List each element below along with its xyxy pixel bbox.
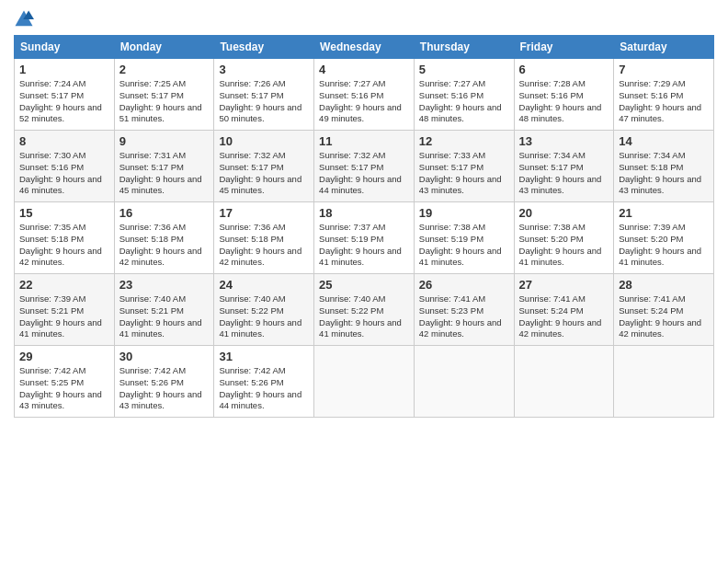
day-info: Sunrise: 7:40 AMSunset: 5:22 PMDaylight:… xyxy=(319,293,402,339)
day-cell: 13 Sunrise: 7:34 AMSunset: 5:17 PMDaylig… xyxy=(514,131,614,202)
day-info: Sunrise: 7:32 AMSunset: 5:17 PMDaylight:… xyxy=(319,150,402,195)
day-info: Sunrise: 7:29 AMSunset: 5:16 PMDaylight:… xyxy=(619,78,701,123)
day-info: Sunrise: 7:39 AMSunset: 5:21 PMDaylight:… xyxy=(19,293,102,339)
day-info: Sunrise: 7:40 AMSunset: 5:21 PMDaylight:… xyxy=(119,293,202,339)
day-cell: 10 Sunrise: 7:32 AMSunset: 5:17 PMDaylig… xyxy=(214,131,314,202)
day-number: 8 xyxy=(19,134,109,148)
header xyxy=(14,9,714,29)
day-number: 5 xyxy=(419,63,509,76)
header-cell-sunday: Sunday xyxy=(15,36,115,59)
day-number: 13 xyxy=(519,134,609,148)
day-info: Sunrise: 7:38 AMSunset: 5:20 PMDaylight:… xyxy=(519,222,602,267)
day-number: 4 xyxy=(319,63,409,76)
day-number: 6 xyxy=(519,63,609,76)
day-info: Sunrise: 7:34 AMSunset: 5:18 PMDaylight:… xyxy=(619,150,701,195)
day-number: 15 xyxy=(19,206,109,220)
header-cell-friday: Friday xyxy=(514,36,614,59)
day-info: Sunrise: 7:40 AMSunset: 5:22 PMDaylight:… xyxy=(219,293,301,339)
week-row-1: 1 Sunrise: 7:24 AMSunset: 5:17 PMDayligh… xyxy=(15,59,714,131)
day-cell: 24 Sunrise: 7:40 AMSunset: 5:22 PMDaylig… xyxy=(214,274,314,346)
day-cell: 4 Sunrise: 7:27 AMSunset: 5:16 PMDayligh… xyxy=(314,59,415,131)
day-number: 12 xyxy=(419,134,509,148)
day-cell: 14 Sunrise: 7:34 AMSunset: 5:18 PMDaylig… xyxy=(614,131,714,202)
day-info: Sunrise: 7:27 AMSunset: 5:16 PMDaylight:… xyxy=(419,78,502,123)
day-cell: 8 Sunrise: 7:30 AMSunset: 5:16 PMDayligh… xyxy=(15,131,115,202)
header-row: SundayMondayTuesdayWednesdayThursdayFrid… xyxy=(15,36,714,59)
day-info: Sunrise: 7:25 AMSunset: 5:17 PMDaylight:… xyxy=(119,78,202,123)
day-cell: 22 Sunrise: 7:39 AMSunset: 5:21 PMDaylig… xyxy=(15,274,115,346)
day-cell: 3 Sunrise: 7:26 AMSunset: 5:17 PMDayligh… xyxy=(214,59,314,131)
day-cell: 16 Sunrise: 7:36 AMSunset: 5:18 PMDaylig… xyxy=(114,202,214,274)
calendar-header: SundayMondayTuesdayWednesdayThursdayFrid… xyxy=(15,36,714,59)
day-number: 30 xyxy=(119,350,210,363)
day-info: Sunrise: 7:41 AMSunset: 5:24 PMDaylight:… xyxy=(619,293,701,339)
day-cell xyxy=(614,346,714,418)
day-cell: 30 Sunrise: 7:42 AMSunset: 5:26 PMDaylig… xyxy=(114,346,214,418)
day-info: Sunrise: 7:26 AMSunset: 5:17 PMDaylight:… xyxy=(219,78,301,123)
week-row-2: 8 Sunrise: 7:30 AMSunset: 5:16 PMDayligh… xyxy=(15,131,714,202)
day-cell: 28 Sunrise: 7:41 AMSunset: 5:24 PMDaylig… xyxy=(614,274,714,346)
day-info: Sunrise: 7:41 AMSunset: 5:23 PMDaylight:… xyxy=(419,293,502,339)
day-number: 9 xyxy=(119,134,210,148)
calendar-body: 1 Sunrise: 7:24 AMSunset: 5:17 PMDayligh… xyxy=(15,59,714,418)
day-cell: 5 Sunrise: 7:27 AMSunset: 5:16 PMDayligh… xyxy=(414,59,514,131)
day-cell xyxy=(514,346,614,418)
day-cell: 18 Sunrise: 7:37 AMSunset: 5:19 PMDaylig… xyxy=(314,202,415,274)
day-number: 3 xyxy=(219,63,309,76)
day-cell: 9 Sunrise: 7:31 AMSunset: 5:17 PMDayligh… xyxy=(114,131,214,202)
calendar-container: SundayMondayTuesdayWednesdayThursdayFrid… xyxy=(0,0,728,427)
day-info: Sunrise: 7:36 AMSunset: 5:18 PMDaylight:… xyxy=(219,222,301,267)
day-cell: 31 Sunrise: 7:42 AMSunset: 5:26 PMDaylig… xyxy=(214,346,314,418)
day-number: 14 xyxy=(619,134,709,148)
day-info: Sunrise: 7:30 AMSunset: 5:16 PMDaylight:… xyxy=(19,150,102,195)
day-cell: 7 Sunrise: 7:29 AMSunset: 5:16 PMDayligh… xyxy=(614,59,714,131)
day-cell: 1 Sunrise: 7:24 AMSunset: 5:17 PMDayligh… xyxy=(15,59,115,131)
day-number: 18 xyxy=(319,206,409,220)
day-cell xyxy=(314,346,415,418)
day-number: 2 xyxy=(119,63,210,76)
day-number: 24 xyxy=(219,278,309,292)
day-number: 20 xyxy=(519,206,609,220)
day-number: 26 xyxy=(419,278,509,292)
day-cell: 21 Sunrise: 7:39 AMSunset: 5:20 PMDaylig… xyxy=(614,202,714,274)
day-cell: 23 Sunrise: 7:40 AMSunset: 5:21 PMDaylig… xyxy=(114,274,214,346)
day-info: Sunrise: 7:27 AMSunset: 5:16 PMDaylight:… xyxy=(319,78,402,123)
day-number: 23 xyxy=(119,278,210,292)
day-number: 1 xyxy=(19,63,109,76)
day-number: 7 xyxy=(619,63,709,76)
day-info: Sunrise: 7:37 AMSunset: 5:19 PMDaylight:… xyxy=(319,222,402,267)
week-row-5: 29 Sunrise: 7:42 AMSunset: 5:25 PMDaylig… xyxy=(15,346,714,418)
day-info: Sunrise: 7:31 AMSunset: 5:17 PMDaylight:… xyxy=(119,150,202,195)
day-info: Sunrise: 7:42 AMSunset: 5:25 PMDaylight:… xyxy=(19,365,102,410)
header-cell-wednesday: Wednesday xyxy=(314,36,415,59)
week-row-4: 22 Sunrise: 7:39 AMSunset: 5:21 PMDaylig… xyxy=(15,274,714,346)
day-number: 29 xyxy=(19,350,109,363)
day-number: 16 xyxy=(119,206,210,220)
day-number: 31 xyxy=(219,350,309,363)
day-cell: 12 Sunrise: 7:33 AMSunset: 5:17 PMDaylig… xyxy=(414,131,514,202)
day-cell: 27 Sunrise: 7:41 AMSunset: 5:24 PMDaylig… xyxy=(514,274,614,346)
header-cell-tuesday: Tuesday xyxy=(214,36,314,59)
day-cell xyxy=(414,346,514,418)
week-row-3: 15 Sunrise: 7:35 AMSunset: 5:18 PMDaylig… xyxy=(15,202,714,274)
day-cell: 2 Sunrise: 7:25 AMSunset: 5:17 PMDayligh… xyxy=(114,59,214,131)
day-info: Sunrise: 7:32 AMSunset: 5:17 PMDaylight:… xyxy=(219,150,301,195)
day-cell: 17 Sunrise: 7:36 AMSunset: 5:18 PMDaylig… xyxy=(214,202,314,274)
day-info: Sunrise: 7:28 AMSunset: 5:16 PMDaylight:… xyxy=(519,78,602,123)
calendar-table: SundayMondayTuesdayWednesdayThursdayFrid… xyxy=(14,35,714,418)
day-cell: 11 Sunrise: 7:32 AMSunset: 5:17 PMDaylig… xyxy=(314,131,415,202)
day-cell: 19 Sunrise: 7:38 AMSunset: 5:19 PMDaylig… xyxy=(414,202,514,274)
day-cell: 25 Sunrise: 7:40 AMSunset: 5:22 PMDaylig… xyxy=(314,274,415,346)
day-info: Sunrise: 7:33 AMSunset: 5:17 PMDaylight:… xyxy=(419,150,502,195)
day-info: Sunrise: 7:42 AMSunset: 5:26 PMDaylight:… xyxy=(119,365,202,410)
day-number: 22 xyxy=(19,278,109,292)
day-cell: 26 Sunrise: 7:41 AMSunset: 5:23 PMDaylig… xyxy=(414,274,514,346)
day-info: Sunrise: 7:39 AMSunset: 5:20 PMDaylight:… xyxy=(619,222,701,267)
header-cell-monday: Monday xyxy=(114,36,214,59)
day-info: Sunrise: 7:42 AMSunset: 5:26 PMDaylight:… xyxy=(219,365,301,410)
day-number: 19 xyxy=(419,206,509,220)
day-number: 11 xyxy=(319,134,409,148)
day-info: Sunrise: 7:38 AMSunset: 5:19 PMDaylight:… xyxy=(419,222,502,267)
day-number: 17 xyxy=(219,206,309,220)
header-cell-saturday: Saturday xyxy=(614,36,714,59)
